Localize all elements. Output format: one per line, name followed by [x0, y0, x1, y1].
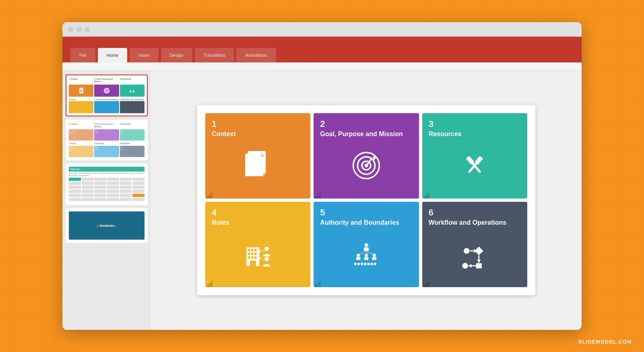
tab-animations[interactable]: Animations: [236, 48, 276, 62]
tab-design[interactable]: Design: [161, 48, 192, 62]
svg-rect-39: [254, 253, 256, 255]
svg-rect-22: [251, 167, 257, 168]
svg-rect-57: [372, 257, 376, 260]
thumb-grid-1: 1 Context 2 Goal, Purpose and Mission 3 …: [69, 78, 144, 83]
card-5-title: Authority and Boundaries: [320, 219, 412, 226]
svg-marker-71: [475, 246, 483, 255]
svg-marker-76: [468, 264, 472, 267]
svg-point-58: [354, 263, 357, 265]
svg-rect-3: [80, 91, 83, 92]
svg-point-68: [464, 248, 469, 254]
card-5-icon: [320, 228, 412, 281]
tab-file[interactable]: File: [70, 48, 95, 62]
thumb-cover-logo: ■ SlideModel...: [97, 224, 117, 227]
traffic-light-red[interactable]: [68, 27, 73, 32]
svg-rect-10: [133, 90, 134, 93]
card-6: 6 Workflow and Operations: [422, 202, 527, 287]
svg-point-50: [364, 243, 368, 247]
tab-transitions[interactable]: Transitions: [195, 48, 234, 62]
svg-point-64: [374, 263, 376, 265]
svg-rect-42: [254, 256, 256, 258]
card-3-number: 3: [429, 120, 521, 128]
svg-rect-40: [248, 256, 250, 258]
svg-point-61: [364, 263, 366, 265]
traffic-light-green[interactable]: [85, 27, 90, 32]
svg-rect-19: [251, 160, 260, 162]
card-2: 2 Goal, Purpose and Mission: [314, 113, 419, 199]
slide: 1 Context: [197, 105, 535, 296]
svg-rect-43: [250, 261, 256, 266]
title-bar: [62, 22, 582, 37]
card-1-title: Context: [212, 130, 304, 138]
svg-point-44: [264, 246, 269, 251]
svg-rect-35: [251, 249, 253, 251]
card-5: 5 Authority and Boundaries: [314, 202, 419, 287]
svg-point-49: [258, 257, 260, 259]
card-4-title: Roles: [212, 219, 304, 226]
slide-area: 1 Context: [151, 70, 582, 330]
thumbnail-2[interactable]: 1 Context 2 Goal, Purpose and Mission 3 …: [66, 120, 148, 160]
card-4: 4 Roles: [205, 202, 310, 287]
toolbar: File Home Insert Design Transitions Anim…: [62, 37, 582, 62]
svg-rect-21: [251, 165, 260, 166]
svg-marker-73: [477, 259, 481, 263]
card-2-number: 2: [320, 120, 412, 128]
svg-point-48: [258, 251, 260, 253]
card-1-number: 1: [212, 120, 304, 128]
svg-rect-53: [356, 257, 361, 260]
svg-point-60: [361, 263, 363, 265]
card-6-icon: [429, 228, 521, 281]
card-2-icon: [320, 139, 412, 192]
card-1-icon: [212, 139, 304, 192]
card-1: 1 Context: [205, 113, 310, 199]
watermark: SLIDEMODEL.COM: [578, 339, 632, 345]
thumbnail-3[interactable]: Table View 1. Scenarios: Use slides belo…: [66, 164, 148, 205]
traffic-light-yellow[interactable]: [76, 27, 82, 32]
svg-rect-8: [130, 90, 131, 93]
card-3-title: Resources: [429, 130, 521, 138]
card-6-number: 6: [429, 208, 521, 217]
card-4-icon: [212, 228, 304, 281]
svg-rect-2: [80, 91, 83, 91]
svg-rect-38: [251, 253, 253, 255]
svg-rect-51: [364, 247, 369, 251]
svg-rect-41: [251, 256, 253, 258]
svg-rect-37: [248, 253, 250, 255]
card-2-title: Goal, Purpose and Mission: [320, 130, 412, 138]
svg-point-6: [106, 90, 107, 91]
card-3: 3 Resources: [422, 113, 527, 199]
svg-point-62: [367, 263, 369, 265]
tab-home[interactable]: Home: [98, 48, 127, 62]
tab-insert[interactable]: Insert: [130, 48, 159, 62]
thumbnail-4[interactable]: ■ SlideModel...: [66, 208, 148, 243]
browser-window: File Home Insert Design Transitions Anim…: [62, 22, 582, 330]
svg-rect-36: [254, 249, 256, 251]
svg-rect-20: [251, 162, 260, 164]
svg-rect-1: [80, 89, 83, 90]
ribbon: [62, 62, 582, 70]
main-area: 1 Context 2 Goal, Purpose and Mission 3 …: [62, 70, 582, 330]
thumbnail-1[interactable]: 1 Context 2 Goal, Purpose and Mission 3 …: [66, 75, 148, 116]
svg-point-63: [370, 263, 373, 265]
svg-rect-34: [248, 249, 250, 251]
card-4-number: 4: [212, 208, 304, 217]
svg-rect-55: [364, 257, 369, 260]
svg-rect-74: [476, 263, 482, 268]
svg-point-77: [462, 263, 468, 268]
svg-point-59: [357, 263, 360, 265]
card-5-number: 5: [320, 208, 412, 217]
sidebar: 1 Context 2 Goal, Purpose and Mission 3 …: [62, 70, 151, 330]
svg-point-45: [264, 257, 269, 261]
card-6-title: Workflow and Operations: [429, 219, 521, 226]
card-3-icon: [429, 139, 521, 192]
